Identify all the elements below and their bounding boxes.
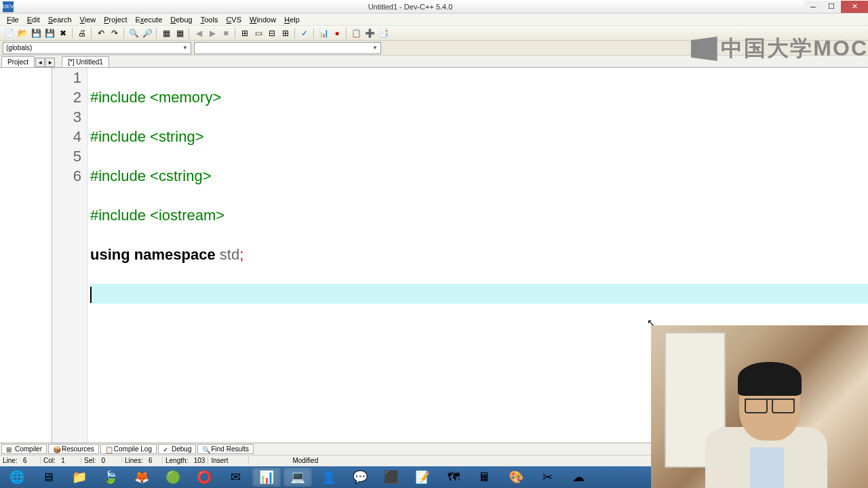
- scope-combo[interactable]: (globals) ▼: [3, 42, 191, 54]
- debug-icon[interactable]: ✓: [298, 27, 311, 39]
- minimize-button[interactable]: ─: [804, 1, 822, 13]
- powerpoint-icon[interactable]: 📊: [252, 468, 281, 487]
- goto-bookmark-icon[interactable]: ▦: [174, 27, 186, 39]
- debug-tab[interactable]: ✓Debug: [158, 444, 196, 454]
- folder-icon[interactable]: 📁: [65, 468, 94, 487]
- cloud-icon[interactable]: ☁: [564, 468, 593, 487]
- close-button[interactable]: ✕: [841, 1, 868, 13]
- grid-icon: ⊞: [6, 446, 13, 453]
- chevron-down-icon: ▼: [372, 45, 378, 51]
- save-icon[interactable]: 💾: [30, 27, 42, 39]
- devcpp-icon[interactable]: 💻: [283, 468, 312, 487]
- project-tab[interactable]: Project: [1, 56, 35, 67]
- chevron-down-icon: ▼: [182, 45, 188, 51]
- menu-debug[interactable]: Debug: [166, 15, 196, 24]
- toolbar: 📄 📂 💾 💾 ✖ 🖨 ↶ ↷ 🔍 🔎 ▦ ▦ ◀ ▶ ■ ⊞ ▭ ⊟ ⊞ ✓ …: [0, 26, 868, 41]
- menu-file[interactable]: File: [3, 15, 23, 24]
- back-icon[interactable]: ◀: [193, 27, 205, 39]
- save-all-icon[interactable]: 💾: [43, 27, 56, 39]
- compile-icon[interactable]: ⊞: [239, 27, 251, 39]
- forward-icon[interactable]: ▶: [206, 27, 218, 39]
- rebuild-icon[interactable]: ⊞: [279, 27, 292, 39]
- mail-icon[interactable]: ✉: [221, 468, 250, 487]
- menu-help[interactable]: Help: [280, 15, 304, 24]
- resources-tab[interactable]: 📦Resources: [48, 444, 99, 454]
- redo-icon[interactable]: ↷: [108, 27, 121, 39]
- new-file-icon[interactable]: 📄: [3, 27, 15, 39]
- replace-icon[interactable]: 🔎: [141, 27, 153, 39]
- green-icon[interactable]: 🟢: [159, 468, 187, 487]
- menubar: File Edit Search View Project Execute De…: [0, 14, 868, 26]
- menu-execute[interactable]: Execute: [132, 15, 167, 24]
- delete-profile-icon[interactable]: ●: [331, 27, 343, 39]
- menu-tools[interactable]: Tools: [197, 15, 222, 24]
- check-icon: ✓: [163, 446, 170, 453]
- notes-icon[interactable]: 📝: [408, 468, 437, 487]
- explorer-icon[interactable]: 🖥: [34, 468, 62, 487]
- run-icon[interactable]: ▭: [252, 27, 264, 39]
- tab-prev-button[interactable]: ◄: [35, 58, 45, 67]
- print-icon[interactable]: 🖨: [76, 27, 88, 39]
- open-file-icon[interactable]: 📂: [16, 27, 28, 39]
- calc-icon[interactable]: 🖩: [471, 468, 499, 487]
- scope-value: (globals): [6, 44, 32, 52]
- stop-icon[interactable]: ■: [220, 27, 232, 39]
- goto-icon[interactable]: 📑: [377, 27, 389, 39]
- search-icon: 🔍: [202, 446, 209, 453]
- app-icon: DEV: [3, 1, 14, 12]
- compile-run-icon[interactable]: ⊟: [266, 27, 278, 39]
- close-file-icon[interactable]: ✖: [57, 27, 69, 39]
- firefox-icon[interactable]: 🦊: [127, 468, 156, 487]
- menu-project[interactable]: Project: [100, 15, 131, 24]
- resource-icon: 📦: [53, 446, 60, 453]
- tab-row: Project ◄ ► [*] Untitled1: [0, 56, 868, 68]
- maximize-button[interactable]: ☐: [823, 1, 840, 13]
- leaf-icon[interactable]: 🍃: [96, 468, 125, 487]
- menu-edit[interactable]: Edit: [23, 15, 44, 24]
- window-title: Untitled1 - Dev-C++ 5.4.0: [16, 3, 804, 11]
- menu-search[interactable]: Search: [44, 15, 76, 24]
- member-combo[interactable]: ▼: [194, 42, 381, 54]
- taskbar: 🌐 🖥 📁 🍃 🦊 🟢 ⭕ ✉ 📊 💻 👤 💬 ⬛ 📝 🗺 🖩 🎨 ✂ ☁: [0, 466, 651, 488]
- file-tab[interactable]: [*] Untitled1: [62, 56, 109, 67]
- chrome-icon[interactable]: ⭕: [190, 468, 218, 487]
- log-icon: 📋: [105, 446, 112, 453]
- menu-window[interactable]: Window: [245, 15, 280, 24]
- snip-icon[interactable]: ✂: [533, 468, 561, 487]
- menu-cvs[interactable]: CVS: [222, 15, 245, 24]
- toggle-bookmark-icon[interactable]: ▦: [160, 27, 172, 39]
- text-cursor: [90, 287, 92, 303]
- project-sidebar[interactable]: [0, 68, 52, 443]
- webcam-overlay: [651, 325, 868, 488]
- avatar-icon[interactable]: 👤: [315, 468, 343, 487]
- line-gutter: 1 2 3 4 5 6: [52, 68, 87, 443]
- new-project-icon[interactable]: 📋: [350, 27, 362, 39]
- wechat-icon[interactable]: 💬: [346, 468, 374, 487]
- undo-icon[interactable]: ↶: [95, 27, 107, 39]
- ie-icon[interactable]: 🌐: [3, 468, 31, 487]
- terminal-icon[interactable]: ⬛: [377, 468, 406, 487]
- find-results-tab[interactable]: 🔍Find Results: [197, 444, 254, 454]
- titlebar: DEV Untitled1 - Dev-C++ 5.4.0 ─ ☐ ✕: [0, 0, 868, 14]
- compiler-tab[interactable]: ⊞Compiler: [1, 444, 47, 454]
- profile-icon[interactable]: 📊: [317, 27, 330, 39]
- tab-next-button[interactable]: ►: [45, 58, 55, 67]
- compile-log-tab[interactable]: 📋Compile Log: [100, 444, 157, 454]
- find-icon[interactable]: 🔍: [127, 27, 140, 39]
- menu-view[interactable]: View: [76, 15, 100, 24]
- combo-row: (globals) ▼ ▼: [0, 41, 868, 56]
- world-icon[interactable]: 🗺: [439, 468, 468, 487]
- insert-icon[interactable]: ➕: [363, 27, 376, 39]
- paint-icon[interactable]: 🎨: [502, 468, 530, 487]
